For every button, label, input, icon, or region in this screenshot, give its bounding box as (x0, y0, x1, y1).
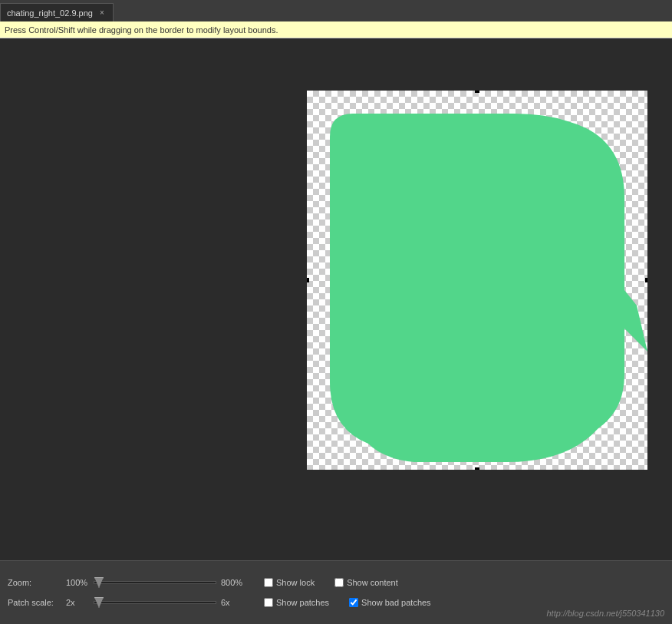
zoom-label: Zoom: (8, 578, 61, 587)
show-patches-label[interactable]: Show patches (276, 598, 329, 607)
show-lock-group: Show lock (264, 578, 315, 587)
patch-min-value: 2x (66, 598, 89, 607)
zoom-min-value: 100% (66, 578, 89, 587)
watermark: http://blog.csdn.net/j550341130 (546, 609, 664, 618)
patch-slider[interactable] (94, 601, 216, 604)
tab-label: chating_right_02.9.png (7, 8, 93, 18)
zoom-slider-container: 100% 800% (66, 578, 244, 587)
show-bad-patches-label[interactable]: Show bad patches (361, 598, 431, 607)
show-content-group: Show content (334, 578, 398, 587)
file-tab[interactable]: chating_right_02.9.png × (0, 3, 114, 21)
chat-bubble-svg (307, 91, 647, 470)
patch-slider-container: 2x 6x (66, 598, 244, 607)
show-lock-checkbox[interactable] (264, 578, 273, 587)
image-preview (307, 91, 647, 470)
show-content-label[interactable]: Show content (347, 578, 398, 587)
show-lock-label[interactable]: Show lock (276, 578, 315, 587)
show-patches-checkbox[interactable] (264, 598, 273, 607)
toolbar-row-1: Zoom: 100% 800% Show lock Show content (8, 574, 664, 591)
show-patches-group: Show patches (264, 598, 329, 607)
show-bad-patches-checkbox[interactable] (349, 598, 358, 607)
canvas-area (0, 38, 672, 560)
tab-bar: chating_right_02.9.png × (0, 0, 672, 21)
patch-max-value: 6x (221, 598, 244, 607)
tab-close-button[interactable]: × (97, 8, 107, 18)
info-bar: Press Control/Shift while dragging on th… (0, 21, 672, 38)
patch-scale-label: Patch scale: (8, 598, 61, 607)
zoom-max-value: 800% (221, 578, 244, 587)
show-bad-patches-group: Show bad patches (349, 598, 431, 607)
info-message: Press Control/Shift while dragging on th… (5, 25, 278, 35)
bottom-toolbar: Zoom: 100% 800% Show lock Show content P… (0, 560, 672, 624)
zoom-slider[interactable] (94, 581, 216, 584)
show-content-checkbox[interactable] (334, 578, 344, 587)
